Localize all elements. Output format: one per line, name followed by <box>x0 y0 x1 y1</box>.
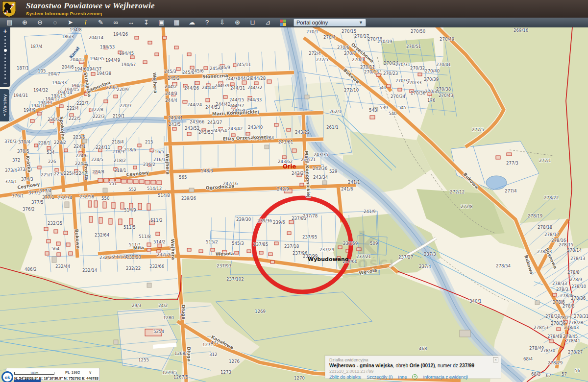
parcel-label: 243/27 <box>292 171 306 176</box>
zoom-level-dot[interactable] <box>4 54 6 55</box>
portal-select[interactable]: Portal ogólny ▼ <box>294 19 366 26</box>
parcel-label: 278/5 <box>563 304 575 309</box>
parcel-label: 278/8 <box>567 270 580 275</box>
parcel-label: 243/22 <box>295 130 310 135</box>
parcel-label: 244/2 <box>165 84 177 89</box>
zoom-level-dot[interactable] <box>4 36 6 37</box>
street-label: Wesoła <box>216 251 234 257</box>
table-icon[interactable]: ▦ <box>169 18 184 27</box>
parcel-label: 243/52 <box>185 126 199 131</box>
street-label: Długa <box>186 347 192 362</box>
zoom-level-dot[interactable] <box>4 71 6 72</box>
parcel-label: 270/6 <box>337 45 349 50</box>
help-icon[interactable]: ? <box>199 18 215 27</box>
parcel-label: 468 <box>419 346 427 351</box>
triangle-icon: ▼ <box>3 114 6 117</box>
anchor-icon[interactable]: ↧ <box>139 18 154 27</box>
parcel-label: 243/37 <box>207 120 222 125</box>
zoom-level-dot[interactable] <box>4 46 6 47</box>
sail-icon[interactable]: ⊿ <box>260 18 275 27</box>
parcel-label: 515/2 <box>206 239 218 244</box>
parcel-label: 543 <box>369 108 377 113</box>
zoom-level-dot[interactable] <box>4 67 6 69</box>
zoom-out-icon[interactable]: ⊖ <box>32 18 48 27</box>
parcel-label: 218/4 <box>112 140 124 144</box>
info-link[interactable]: Zbliż do obiektu <box>329 375 361 380</box>
copy-icon[interactable]: ▣ <box>154 18 169 27</box>
parcel-label: 278/29 <box>548 360 563 365</box>
parcel-label: 216/1 <box>153 157 166 162</box>
settings-icon[interactable]: ⊛ <box>230 18 245 27</box>
parcel-label: 1269 <box>255 309 266 314</box>
info-link[interactable]: Szczegóły (i) <box>367 375 392 380</box>
parcel-label: 278/19 <box>528 214 542 218</box>
parcel-label: 243/53 <box>198 130 213 135</box>
zoom-level-dot[interactable] <box>4 43 6 44</box>
toolbar-icons: ▤⊕⊖◌➤i✎∞↔↧▣▦☁?⇩⊛⊔⊿ <box>2 18 291 27</box>
parcel-label: 194/8 <box>70 27 82 32</box>
parcel-label: 270/49 <box>440 37 454 42</box>
parcel-label: 278/21 <box>557 315 571 320</box>
parcel-label: 194/49 <box>105 58 120 63</box>
parcel-label: 237/85 <box>253 242 268 247</box>
parcel-label: 232/66 <box>149 264 164 269</box>
parcel-label: 224/11 <box>96 145 110 150</box>
measure-width-icon[interactable]: ↔ <box>123 18 139 27</box>
map-canvas[interactable]: 194/8186/3204/14194/26187/4194/53194/451… <box>0 27 588 382</box>
measure-icon[interactable]: ✎ <box>93 18 108 27</box>
parcel-label: 270/9 <box>352 57 364 62</box>
parcel-label: 204/14 <box>89 35 103 40</box>
parcel-label: 270/51 <box>406 44 421 49</box>
parcel-label: 244/39 <box>215 83 229 88</box>
add-icon[interactable]: + <box>412 374 417 380</box>
parcel-label: 220/9 <box>117 87 129 92</box>
parcel-label: 224/1 <box>74 144 86 149</box>
parcel-label: 232/44 <box>55 264 70 269</box>
close-icon[interactable]: × <box>493 357 498 362</box>
parcel-label: 270/32 <box>410 66 425 71</box>
zoom-in-button[interactable]: + <box>3 28 7 34</box>
parcel-label: 278/54 <box>496 263 511 268</box>
ok-button[interactable]: ok <box>1 371 13 382</box>
info-link[interactable]: Inne <box>398 375 407 380</box>
parcel-label: 278/10 <box>571 284 586 289</box>
cart-icon[interactable]: ⊔ <box>245 18 260 27</box>
zoom-level-dot[interactable] <box>4 77 6 79</box>
parcel-label: 270/4 <box>323 35 336 40</box>
select-circle-icon[interactable]: ◌ <box>48 18 63 27</box>
parcel-label: 241/1 <box>348 180 360 185</box>
parcel-label: 245/6 <box>192 69 204 73</box>
parcel-label: 232/76 <box>157 252 172 257</box>
parcel-label: 269/16 <box>514 28 528 33</box>
zoom-level-dot[interactable] <box>4 49 7 52</box>
zoom-out-button[interactable]: − <box>3 80 7 86</box>
zoom-level-dot[interactable] <box>4 74 6 75</box>
layers-tab[interactable]: Warstwy ▼ <box>0 89 9 121</box>
download-icon[interactable]: ⇩ <box>215 18 230 27</box>
parcel-label: 529 <box>329 169 337 174</box>
zoom-level-dot[interactable] <box>4 64 6 66</box>
parcel-label: 278/18 <box>538 225 552 230</box>
zoom-in-icon[interactable]: ⊕ <box>17 18 32 27</box>
parcel-label: 243/66 <box>190 119 204 124</box>
parcel-label: 278/41 <box>565 338 580 343</box>
zoom-level-dot[interactable] <box>4 61 6 62</box>
parcel-label: 278/53 <box>534 325 548 330</box>
crs-chevron-icon[interactable]: ∨ <box>89 370 92 375</box>
info-link[interactable]: Informacja z ewidencji <box>423 375 467 380</box>
zoom-level-dot[interactable] <box>4 39 6 41</box>
legend-icon[interactable] <box>275 18 291 27</box>
parcel-label: 226 <box>48 159 56 164</box>
parcel-label: 219/1 <box>113 114 125 119</box>
parcel-label: 565 <box>179 175 187 180</box>
parcel-label: 204/7 <box>48 72 60 76</box>
parcel-label: 241/9 <box>364 209 376 214</box>
zoom-slider[interactable] <box>4 34 7 80</box>
callout-icon[interactable]: ☁ <box>184 18 199 27</box>
street-label: Wejhera <box>165 154 171 175</box>
link-icon[interactable]: ∞ <box>108 18 123 27</box>
zoom-level-dot[interactable] <box>4 57 6 59</box>
cursor-icon[interactable]: ➤ <box>63 18 78 27</box>
info-icon[interactable]: i <box>78 18 93 27</box>
layers-icon[interactable]: ▤ <box>2 18 17 27</box>
